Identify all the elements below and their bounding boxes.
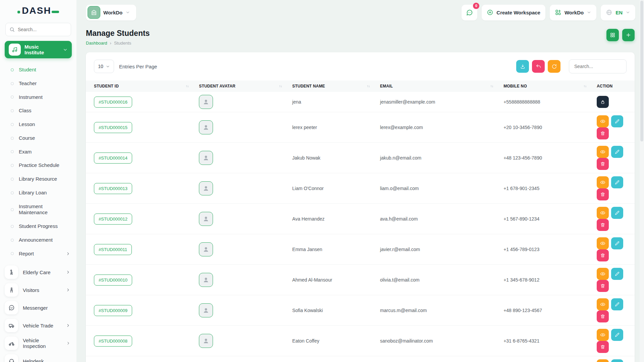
entries-control: 10 Entries Per Page — [94, 60, 157, 73]
sidebar-item-student[interactable]: Student — [0, 63, 76, 77]
sidebar-search-input[interactable] — [5, 23, 71, 36]
table-body: #STUD000016jenajenasmiller@example.com+5… — [86, 92, 635, 362]
search-icon — [9, 27, 15, 32]
student-id-badge[interactable]: #STUD000010 — [94, 275, 132, 286]
delete-button[interactable] — [597, 219, 609, 231]
view-button[interactable] — [597, 298, 609, 310]
grid-view-button[interactable] — [606, 29, 619, 41]
delete-button[interactable] — [597, 280, 609, 292]
column-header-student-avatar[interactable]: STUDENT AVATAR — [196, 80, 289, 92]
workspace-switcher[interactable]: WorkDo — [86, 5, 136, 20]
sidebar-item-student-progress[interactable]: Student Progress — [0, 220, 76, 233]
sidebar-module-vehicle-inspection[interactable]: Vehicle Inspection — [0, 335, 76, 352]
messages-button[interactable]: 0 — [462, 5, 477, 20]
student-avatar — [199, 181, 213, 195]
student-id-badge[interactable]: #STUD000015 — [94, 122, 132, 133]
page-title: Manage Students — [86, 29, 150, 38]
student-id-badge[interactable]: #STUD000013 — [94, 183, 132, 194]
sidebar-item-announcement[interactable]: Announcement — [0, 233, 76, 247]
edit-button[interactable] — [611, 176, 623, 188]
student-id-badge[interactable]: #STUD000008 — [94, 336, 132, 347]
sidebar-item-teacher[interactable]: Teacher — [0, 77, 76, 90]
sidebar-item-label: Student — [19, 67, 36, 73]
reset-button[interactable] — [532, 60, 545, 73]
breadcrumb-dashboard-link[interactable]: Dashboard — [86, 41, 107, 46]
sidebar-module-visitors[interactable]: Visitors — [0, 282, 76, 298]
delete-button[interactable] — [597, 310, 609, 322]
table-search-input[interactable] — [569, 59, 627, 73]
edit-button[interactable] — [611, 237, 623, 249]
edit-button[interactable] — [611, 115, 623, 127]
sidebar-module-helpdesk[interactable]: Helpdesk — [0, 353, 76, 362]
sidebar-module-messenger[interactable]: Messenger — [0, 299, 76, 316]
eye-icon — [600, 119, 605, 124]
scrollbar-track[interactable] — [640, 0, 644, 362]
view-button[interactable] — [597, 176, 609, 188]
sidebar-item-report[interactable]: Report — [0, 247, 76, 261]
brand-logo[interactable]: DASH — [0, 0, 76, 21]
chevron-down-icon — [626, 10, 630, 15]
edit-button[interactable] — [611, 146, 623, 158]
add-student-button[interactable] — [622, 29, 635, 41]
lock-button[interactable] — [597, 96, 609, 108]
student-id-badge[interactable]: #STUD000014 — [94, 153, 132, 164]
student-avatar — [199, 95, 213, 109]
sidebar-item-instrument[interactable]: Instrument — [0, 90, 76, 104]
trash-icon — [600, 161, 605, 167]
view-button[interactable] — [597, 329, 609, 341]
scrollbar-thumb[interactable] — [640, 1, 643, 141]
language-selector[interactable]: EN — [601, 5, 635, 20]
delete-button[interactable] — [597, 188, 609, 200]
sidebar-item-practice-schedule[interactable]: Practice Schedule — [0, 159, 76, 172]
table-row: #STUD000016jenajenasmiller@example.com+5… — [86, 92, 635, 112]
column-header-mobile-no[interactable]: MOBILE NO — [500, 80, 593, 92]
sidebar: DASH Music Institute StudentTeacherInstr… — [0, 0, 76, 362]
sidebar-item-library-resource[interactable]: Library Resource — [0, 172, 76, 186]
edit-button[interactable] — [611, 359, 623, 362]
view-button[interactable] — [597, 146, 609, 158]
column-header-email[interactable]: EMAIL — [377, 80, 500, 92]
edit-button[interactable] — [611, 329, 623, 341]
entries-per-page-select[interactable]: 10 — [94, 60, 114, 73]
column-header-student-name[interactable]: STUDENT NAME — [289, 80, 377, 92]
student-id-badge[interactable]: #STUD000012 — [94, 214, 132, 225]
edit-button[interactable] — [611, 268, 623, 280]
view-button[interactable] — [597, 237, 609, 249]
export-button[interactable] — [516, 60, 529, 73]
column-header-student-id[interactable]: STUDENT ID — [86, 80, 196, 92]
chat-icon — [466, 9, 473, 16]
pencil-icon — [614, 241, 620, 246]
workdo-menu-button[interactable]: WorkDo — [550, 5, 596, 20]
pencil-icon — [614, 271, 620, 277]
trash-icon — [600, 222, 605, 228]
view-button[interactable] — [597, 359, 609, 362]
email-cell: olivia.garcia@email.com — [377, 356, 500, 362]
sidebar-section-music-institute[interactable]: Music Institute — [5, 41, 72, 58]
edit-button[interactable] — [611, 298, 623, 310]
sidebar-item-instrument-maintenance[interactable]: Instrument Maintenance — [0, 200, 76, 220]
refresh-button[interactable] — [548, 60, 560, 73]
delete-button[interactable] — [597, 341, 609, 353]
pencil-icon — [614, 149, 620, 155]
sidebar-item-class[interactable]: Class — [0, 104, 76, 118]
delete-button[interactable] — [597, 249, 609, 261]
sidebar-item-course[interactable]: Course — [0, 131, 76, 145]
delete-button[interactable] — [597, 127, 609, 139]
sidebar-item-lesson[interactable]: Lesson — [0, 118, 76, 131]
student-id-badge[interactable]: #STUD000016 — [94, 97, 132, 108]
sidebar-module-elderly-care[interactable]: Elderly Care — [0, 264, 76, 281]
sidebar-module-vehicle-trade[interactable]: Vehicle Trade — [0, 317, 76, 334]
student-id-badge[interactable]: #STUD000009 — [94, 305, 132, 316]
action-cell — [593, 234, 635, 265]
sidebar-item-library-loan[interactable]: Library Loan — [0, 186, 76, 200]
topbar-actions: 0 Create Workspace WorkDo EN — [462, 5, 635, 20]
eye-icon — [600, 210, 605, 216]
sidebar-item-exam[interactable]: Exam — [0, 145, 76, 159]
edit-button[interactable] — [611, 207, 623, 219]
student-id-badge[interactable]: #STUD000011 — [94, 244, 132, 255]
view-button[interactable] — [597, 207, 609, 219]
delete-button[interactable] — [597, 158, 609, 170]
view-button[interactable] — [597, 115, 609, 127]
create-workspace-button[interactable]: Create Workspace — [482, 5, 545, 20]
view-button[interactable] — [597, 268, 609, 280]
